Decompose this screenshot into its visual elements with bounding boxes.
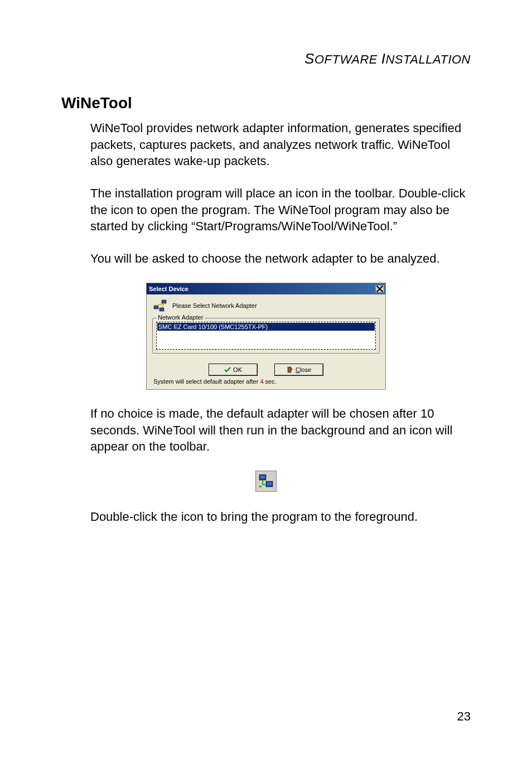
ok-button[interactable]: OK xyxy=(209,364,258,376)
paragraph-1: WiNeTool provides network adapter inform… xyxy=(90,120,471,170)
paragraph-2: The installation program will place an i… xyxy=(90,185,471,235)
close-icon[interactable] xyxy=(375,285,384,293)
network-icon xyxy=(153,299,167,312)
section-title: WiNeTool xyxy=(61,94,471,112)
page-number: 23 xyxy=(457,709,471,724)
dialog-prompt: Please Select Network Adapter xyxy=(172,302,257,309)
page-header: SOFTWARE INSTALLATION xyxy=(61,50,471,67)
dialog-titlebar: Select Device xyxy=(147,283,385,294)
paragraph-4: If no choice is made, the default adapte… xyxy=(90,405,471,455)
adapter-list[interactable]: SMC EZ Card 10/100 (SMC1255TX-PF) xyxy=(156,322,376,350)
dialog-title: Select Device xyxy=(149,286,188,292)
header-cap-s: S xyxy=(304,50,315,67)
door-icon xyxy=(287,366,293,373)
tray-icon[interactable] xyxy=(255,471,277,492)
header-rest1: OFTWARE xyxy=(315,52,378,66)
select-device-dialog: Select Device P xyxy=(146,283,386,390)
svg-rect-7 xyxy=(288,367,291,373)
status-suffix: sec. xyxy=(264,378,277,385)
ok-button-label: OK xyxy=(233,366,242,373)
close-button-label: Close xyxy=(296,366,311,373)
header-rest2: NSTALLATION xyxy=(385,52,471,66)
fieldset-legend: Network Adapter xyxy=(156,314,205,321)
svg-rect-9 xyxy=(260,476,265,478)
svg-rect-11 xyxy=(267,482,272,485)
check-icon xyxy=(224,366,231,373)
svg-rect-2 xyxy=(154,306,158,309)
status-prefix: System will select default adapter after xyxy=(153,378,260,385)
status-line: System will select default adapter after… xyxy=(152,378,380,385)
adapter-item[interactable]: SMC EZ Card 10/100 (SMC1255TX-PF) xyxy=(157,323,375,331)
network-adapter-fieldset: Network Adapter SMC EZ Card 10/100 (SMC1… xyxy=(152,318,380,354)
svg-rect-3 xyxy=(162,300,166,303)
close-button[interactable]: Close xyxy=(274,364,323,376)
paragraph-3: You will be asked to choose the network … xyxy=(90,250,471,267)
paragraph-5: Double-click the icon to bring the progr… xyxy=(90,509,471,525)
svg-rect-12 xyxy=(259,486,262,487)
svg-rect-4 xyxy=(159,308,164,311)
